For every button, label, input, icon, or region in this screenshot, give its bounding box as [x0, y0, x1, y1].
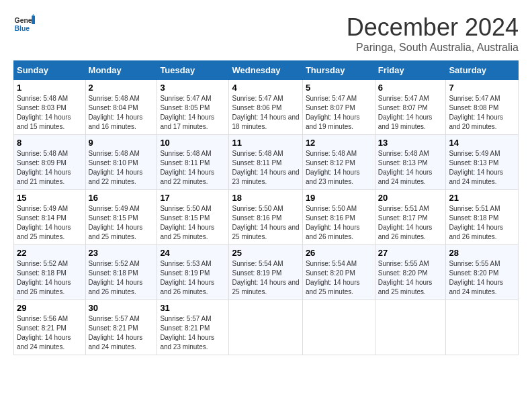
day-number: 6: [378, 83, 443, 93]
weekday-header-saturday: Saturday: [446, 61, 519, 80]
day-number: 8: [17, 138, 83, 148]
day-info: Sunrise: 5:48 AMSunset: 8:13 PMDaylight:…: [378, 149, 443, 187]
calendar-cell: 30Sunrise: 5:57 AMSunset: 8:21 PMDayligh…: [85, 300, 157, 355]
day-info: Sunrise: 5:55 AMSunset: 8:20 PMDaylight:…: [449, 259, 515, 297]
day-number: 13: [378, 138, 443, 148]
day-info: Sunrise: 5:54 AMSunset: 8:20 PMDaylight:…: [306, 259, 372, 297]
day-info: Sunrise: 5:49 AMSunset: 8:15 PMDaylight:…: [89, 204, 154, 242]
calendar-cell: 19Sunrise: 5:50 AMSunset: 8:16 PMDayligh…: [302, 190, 375, 245]
day-info: Sunrise: 5:51 AMSunset: 8:18 PMDaylight:…: [449, 204, 515, 242]
location-title: Paringa, South Australia, Australia: [347, 42, 519, 54]
svg-text:Blue: Blue: [15, 25, 30, 32]
day-info: Sunrise: 5:47 AMSunset: 8:08 PMDaylight:…: [449, 94, 515, 132]
day-info: Sunrise: 5:56 AMSunset: 8:21 PMDaylight:…: [17, 314, 83, 352]
calendar-cell: [229, 300, 302, 355]
month-title: December 2024: [347, 13, 519, 42]
weekday-header-tuesday: Tuesday: [157, 61, 229, 80]
calendar-cell: 12Sunrise: 5:48 AMSunset: 8:12 PMDayligh…: [302, 135, 375, 190]
day-info: Sunrise: 5:48 AMSunset: 8:11 PMDaylight:…: [232, 149, 299, 187]
calendar-week-row: 1Sunrise: 5:48 AMSunset: 8:03 PMDaylight…: [14, 80, 519, 135]
day-info: Sunrise: 5:57 AMSunset: 8:21 PMDaylight:…: [89, 314, 154, 352]
day-info: Sunrise: 5:50 AMSunset: 8:16 PMDaylight:…: [232, 204, 299, 242]
day-info: Sunrise: 5:57 AMSunset: 8:21 PMDaylight:…: [160, 314, 226, 352]
weekday-header-wednesday: Wednesday: [229, 61, 302, 80]
calendar-cell: 9Sunrise: 5:48 AMSunset: 8:10 PMDaylight…: [85, 135, 157, 190]
calendar-cell: 16Sunrise: 5:49 AMSunset: 8:15 PMDayligh…: [85, 190, 157, 245]
day-number: 19: [306, 193, 372, 203]
calendar-cell: 18Sunrise: 5:50 AMSunset: 8:16 PMDayligh…: [229, 190, 302, 245]
day-number: 12: [306, 138, 372, 148]
calendar-cell: 10Sunrise: 5:48 AMSunset: 8:11 PMDayligh…: [157, 135, 229, 190]
calendar-cell: 2Sunrise: 5:48 AMSunset: 8:04 PMDaylight…: [85, 80, 157, 135]
day-number: 15: [17, 193, 83, 203]
day-info: Sunrise: 5:48 AMSunset: 8:11 PMDaylight:…: [160, 149, 226, 187]
calendar-cell: 5Sunrise: 5:47 AMSunset: 8:07 PMDaylight…: [302, 80, 375, 135]
calendar-cell: 14Sunrise: 5:49 AMSunset: 8:13 PMDayligh…: [446, 135, 519, 190]
calendar-cell: 15Sunrise: 5:49 AMSunset: 8:14 PMDayligh…: [14, 190, 86, 245]
day-number: 28: [449, 248, 515, 258]
calendar-cell: 17Sunrise: 5:50 AMSunset: 8:15 PMDayligh…: [157, 190, 229, 245]
day-number: 18: [232, 193, 299, 203]
day-info: Sunrise: 5:48 AMSunset: 8:09 PMDaylight:…: [17, 149, 83, 187]
day-info: Sunrise: 5:49 AMSunset: 8:13 PMDaylight:…: [449, 149, 515, 187]
calendar-cell: 3Sunrise: 5:47 AMSunset: 8:05 PMDaylight…: [157, 80, 229, 135]
weekday-header-sunday: Sunday: [14, 61, 86, 80]
day-number: 20: [378, 193, 443, 203]
day-number: 31: [160, 303, 226, 313]
svg-marker-2: [32, 16, 35, 24]
calendar-cell: 22Sunrise: 5:52 AMSunset: 8:18 PMDayligh…: [14, 245, 86, 300]
day-number: 24: [160, 248, 226, 258]
calendar-cell: 23Sunrise: 5:52 AMSunset: 8:18 PMDayligh…: [85, 245, 157, 300]
weekday-header-thursday: Thursday: [302, 61, 375, 80]
day-number: 3: [160, 83, 226, 93]
day-info: Sunrise: 5:48 AMSunset: 8:03 PMDaylight:…: [17, 94, 83, 132]
calendar-cell: 21Sunrise: 5:51 AMSunset: 8:18 PMDayligh…: [446, 190, 519, 245]
calendar-cell: [375, 300, 446, 355]
page-container: General Blue December 2024 Paringa, Sout…: [13, 13, 519, 355]
calendar-cell: 1Sunrise: 5:48 AMSunset: 8:03 PMDaylight…: [14, 80, 86, 135]
calendar-table: SundayMondayTuesdayWednesdayThursdayFrid…: [13, 60, 519, 355]
calendar-week-row: 29Sunrise: 5:56 AMSunset: 8:21 PMDayligh…: [14, 300, 519, 355]
title-section: December 2024 Paringa, South Australia, …: [347, 13, 519, 54]
calendar-cell: 20Sunrise: 5:51 AMSunset: 8:17 PMDayligh…: [375, 190, 446, 245]
calendar-week-row: 15Sunrise: 5:49 AMSunset: 8:14 PMDayligh…: [14, 190, 519, 245]
day-info: Sunrise: 5:52 AMSunset: 8:18 PMDaylight:…: [17, 259, 83, 297]
header: General Blue December 2024 Paringa, Sout…: [13, 13, 519, 54]
calendar-cell: 26Sunrise: 5:54 AMSunset: 8:20 PMDayligh…: [302, 245, 375, 300]
day-number: 16: [89, 193, 154, 203]
calendar-cell: 25Sunrise: 5:54 AMSunset: 8:19 PMDayligh…: [229, 245, 302, 300]
calendar-cell: 8Sunrise: 5:48 AMSunset: 8:09 PMDaylight…: [14, 135, 86, 190]
day-info: Sunrise: 5:50 AMSunset: 8:15 PMDaylight:…: [160, 204, 226, 242]
calendar-cell: [446, 300, 519, 355]
day-number: 11: [232, 138, 299, 148]
calendar-week-row: 8Sunrise: 5:48 AMSunset: 8:09 PMDaylight…: [14, 135, 519, 190]
day-info: Sunrise: 5:53 AMSunset: 8:19 PMDaylight:…: [160, 259, 226, 297]
weekday-header-row: SundayMondayTuesdayWednesdayThursdayFrid…: [14, 61, 519, 80]
day-number: 14: [449, 138, 515, 148]
day-number: 27: [378, 248, 443, 258]
svg-marker-3: [32, 14, 35, 16]
weekday-header-friday: Friday: [375, 61, 446, 80]
calendar-cell: 6Sunrise: 5:47 AMSunset: 8:07 PMDaylight…: [375, 80, 446, 135]
calendar-cell: 27Sunrise: 5:55 AMSunset: 8:20 PMDayligh…: [375, 245, 446, 300]
calendar-cell: 28Sunrise: 5:55 AMSunset: 8:20 PMDayligh…: [446, 245, 519, 300]
day-number: 21: [449, 193, 515, 203]
day-info: Sunrise: 5:55 AMSunset: 8:20 PMDaylight:…: [378, 259, 443, 297]
day-number: 29: [17, 303, 83, 313]
day-info: Sunrise: 5:48 AMSunset: 8:10 PMDaylight:…: [89, 149, 154, 187]
calendar-week-row: 22Sunrise: 5:52 AMSunset: 8:18 PMDayligh…: [14, 245, 519, 300]
day-info: Sunrise: 5:49 AMSunset: 8:14 PMDaylight:…: [17, 204, 83, 242]
calendar-cell: 29Sunrise: 5:56 AMSunset: 8:21 PMDayligh…: [14, 300, 86, 355]
day-number: 30: [89, 303, 154, 313]
day-info: Sunrise: 5:47 AMSunset: 8:07 PMDaylight:…: [378, 94, 443, 132]
logo: General Blue: [13, 13, 35, 35]
day-number: 22: [17, 248, 83, 258]
day-info: Sunrise: 5:51 AMSunset: 8:17 PMDaylight:…: [378, 204, 443, 242]
logo-icon: General Blue: [13, 13, 35, 35]
day-number: 1: [17, 83, 83, 93]
day-info: Sunrise: 5:47 AMSunset: 8:05 PMDaylight:…: [160, 94, 226, 132]
calendar-cell: [302, 300, 375, 355]
calendar-cell: 11Sunrise: 5:48 AMSunset: 8:11 PMDayligh…: [229, 135, 302, 190]
day-info: Sunrise: 5:47 AMSunset: 8:06 PMDaylight:…: [232, 94, 299, 132]
calendar-cell: 13Sunrise: 5:48 AMSunset: 8:13 PMDayligh…: [375, 135, 446, 190]
